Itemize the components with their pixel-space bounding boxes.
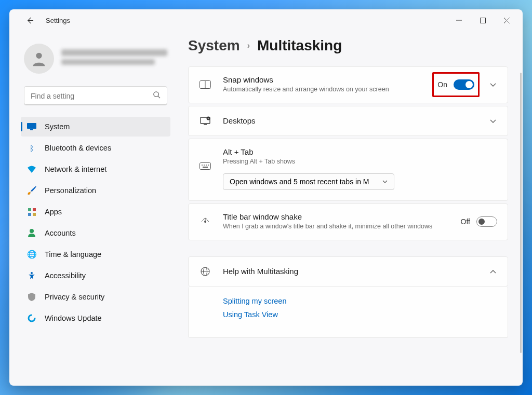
alt-tab-card: Alt + Tab Pressing Alt + Tab shows Open … <box>188 139 508 201</box>
svg-point-14 <box>31 272 33 274</box>
nav-label: System <box>45 122 70 131</box>
globe-clock-icon: 🌐 <box>27 250 36 259</box>
chevron-down-icon[interactable] <box>490 80 497 89</box>
svg-point-23 <box>202 165 203 166</box>
avatar <box>24 44 54 74</box>
svg-rect-12 <box>33 213 36 216</box>
scrollbar[interactable] <box>520 73 522 353</box>
dropdown-value: Open windows and 5 most recent tabs in M <box>230 178 369 186</box>
update-icon <box>27 314 36 323</box>
nav-time[interactable]: 🌐 Time & language <box>21 244 170 264</box>
keyboard-icon <box>199 160 211 172</box>
person-icon <box>27 228 36 238</box>
maximize-button[interactable] <box>471 12 495 29</box>
user-info[interactable] <box>21 33 170 83</box>
search-icon <box>153 91 161 101</box>
help-link-taskview[interactable]: Using Task View <box>223 310 287 319</box>
desktops-card[interactable]: + Desktops <box>188 106 508 136</box>
toggle-state: Off <box>461 217 470 226</box>
card-sub: Automatically resize and arrange windows… <box>223 85 426 94</box>
bluetooth-icon: ᛒ <box>27 143 36 153</box>
window-title: Settings <box>46 17 70 24</box>
svg-point-28 <box>204 221 206 223</box>
settings-window: Settings <box>9 9 523 386</box>
nav-personalization[interactable]: 🖌️ Personalization <box>21 181 170 200</box>
accessibility-icon <box>27 271 36 280</box>
user-name-redacted <box>61 49 167 68</box>
nav-label: Windows Update <box>45 314 102 322</box>
nav-label: Accounts <box>45 229 76 237</box>
chevron-down-icon <box>382 180 388 184</box>
globe-icon <box>199 265 211 278</box>
chevron-up-icon[interactable] <box>490 267 497 276</box>
nav-accessibility[interactable]: Accessibility <box>21 266 170 285</box>
shield-icon <box>27 292 36 302</box>
alt-tab-dropdown[interactable]: Open windows and 5 most recent tabs in M <box>223 173 394 190</box>
svg-point-4 <box>36 53 42 59</box>
svg-rect-10 <box>33 208 36 211</box>
svg-text:+: + <box>208 117 209 120</box>
nav-privacy[interactable]: Privacy & security <box>21 287 170 307</box>
breadcrumb-current: Multitasking <box>257 37 342 54</box>
svg-point-5 <box>154 92 158 97</box>
toggle-state: On <box>437 80 447 89</box>
snap-windows-card[interactable]: Snap windows Automatically resize and ar… <box>188 66 508 103</box>
nav-system[interactable]: System <box>21 117 170 137</box>
card-title: Help with Multitasking <box>223 267 478 276</box>
nav-accounts[interactable]: Accounts <box>21 223 170 243</box>
help-card[interactable]: Help with Multitasking <box>188 256 508 287</box>
snap-toggle[interactable] <box>454 79 474 90</box>
shake-icon <box>199 215 211 228</box>
card-title: Snap windows <box>223 75 426 84</box>
close-button[interactable] <box>495 12 518 29</box>
search-input[interactable] <box>31 92 153 100</box>
card-sub: When I grab a window's title bar and sha… <box>223 222 449 231</box>
snap-icon <box>199 78 211 91</box>
minimize-button[interactable] <box>447 12 471 29</box>
monitor-icon <box>27 122 36 131</box>
svg-rect-1 <box>480 18 485 23</box>
svg-rect-8 <box>30 129 33 130</box>
nav-label: Apps <box>45 208 62 216</box>
desktops-icon: + <box>199 115 211 127</box>
breadcrumb: System › Multitasking <box>188 37 508 54</box>
help-links-card: Splitting my screen Using Task View <box>188 287 508 338</box>
svg-rect-27 <box>203 167 208 168</box>
svg-rect-9 <box>28 208 31 211</box>
titlebar: Settings <box>9 9 523 31</box>
nav-label: Network & internet <box>45 165 107 173</box>
help-link-split[interactable]: Splitting my screen <box>223 297 287 305</box>
svg-point-13 <box>30 229 34 233</box>
chevron-down-icon[interactable] <box>490 116 497 126</box>
nav-label: Time & language <box>45 250 101 258</box>
window-shake-card: Title bar window shake When I grab a win… <box>188 203 508 240</box>
nav-bluetooth[interactable]: ᛒ Bluetooth & devices <box>21 138 170 158</box>
back-button[interactable] <box>21 11 38 29</box>
chevron-right-icon: › <box>247 41 250 50</box>
card-title: Alt + Tab <box>223 147 497 156</box>
svg-rect-11 <box>28 213 31 216</box>
brush-icon: 🖌️ <box>27 186 36 195</box>
sidebar: System ᛒ Bluetooth & devices Network & i… <box>9 31 176 386</box>
main-panel: System › Multitasking Snap windows Autom… <box>176 31 523 386</box>
nav-update[interactable]: Windows Update <box>21 308 170 328</box>
nav-list: System ᛒ Bluetooth & devices Network & i… <box>21 117 170 328</box>
nav-label: Privacy & security <box>45 293 104 301</box>
shake-toggle[interactable] <box>476 216 497 227</box>
svg-point-15 <box>29 315 35 321</box>
card-title: Title bar window shake <box>223 212 449 221</box>
breadcrumb-parent[interactable]: System <box>188 37 240 54</box>
nav-label: Personalization <box>45 186 96 195</box>
search-box[interactable] <box>24 86 167 105</box>
svg-point-26 <box>208 165 209 166</box>
nav-label: Bluetooth & devices <box>45 144 111 152</box>
nav-label: Accessibility <box>45 271 86 280</box>
nav-apps[interactable]: Apps <box>21 202 170 222</box>
nav-network[interactable]: Network & internet <box>21 159 170 179</box>
svg-rect-22 <box>200 162 211 169</box>
svg-point-24 <box>204 165 205 166</box>
svg-line-6 <box>158 96 160 98</box>
wifi-icon <box>27 165 36 174</box>
svg-rect-7 <box>27 123 36 129</box>
apps-icon <box>27 207 36 216</box>
